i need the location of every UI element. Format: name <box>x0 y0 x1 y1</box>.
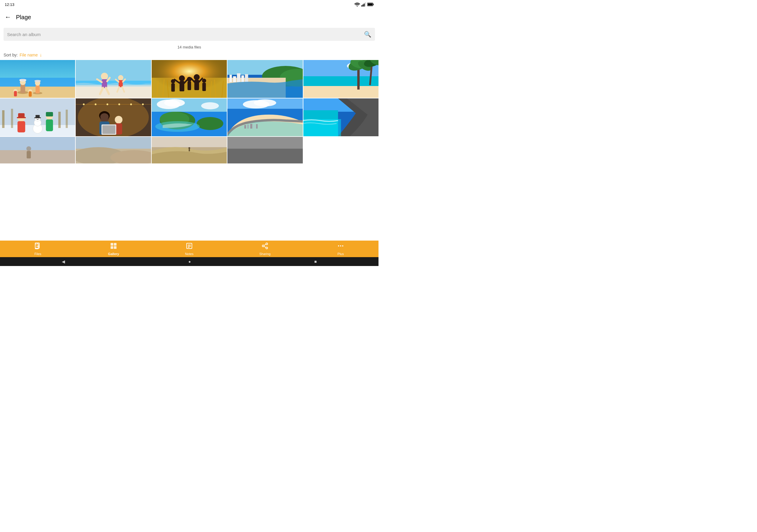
android-nav: ◀ ● ■ <box>0 257 378 266</box>
svg-point-33 <box>118 75 124 80</box>
svg-rect-6 <box>373 4 374 5</box>
nav-item-files[interactable]: Files <box>0 242 76 256</box>
nav-item-sharing[interactable]: Sharing <box>227 242 303 256</box>
svg-point-109 <box>95 103 97 105</box>
svg-point-110 <box>107 103 108 105</box>
svg-rect-104 <box>46 112 53 116</box>
nav-item-gallery[interactable]: Gallery <box>76 242 151 256</box>
photo-tile-11[interactable] <box>0 137 75 163</box>
svg-rect-147 <box>0 137 75 150</box>
svg-line-178 <box>264 246 266 248</box>
svg-point-113 <box>142 103 144 105</box>
status-icons <box>354 2 374 7</box>
svg-point-182 <box>342 245 343 247</box>
photo-tile-7[interactable] <box>76 99 151 136</box>
nav-label-sharing: Sharing <box>259 252 271 256</box>
sharing-icon <box>261 242 268 251</box>
svg-rect-161 <box>227 137 303 149</box>
photo-tile-4[interactable] <box>227 60 303 98</box>
svg-rect-168 <box>114 243 116 246</box>
photo-tile-9[interactable] <box>227 99 303 136</box>
search-icon[interactable]: 🔍 <box>364 31 371 38</box>
photo-tile-2[interactable] <box>76 60 151 98</box>
svg-rect-101 <box>17 117 26 118</box>
svg-point-27 <box>101 73 108 80</box>
svg-rect-23 <box>29 91 32 97</box>
svg-point-176 <box>262 245 264 247</box>
svg-rect-148 <box>0 150 75 163</box>
svg-rect-89 <box>58 112 61 128</box>
svg-rect-69 <box>237 73 240 82</box>
svg-point-56 <box>202 79 206 83</box>
svg-rect-157 <box>152 137 227 147</box>
photo-tile-6[interactable] <box>0 99 75 136</box>
signal-icon <box>361 2 366 7</box>
page-title: Plage <box>16 14 31 21</box>
android-home[interactable]: ● <box>188 259 191 264</box>
sort-arrow[interactable]: ↓ <box>40 52 42 58</box>
svg-point-126 <box>201 102 219 109</box>
photo-tile-12[interactable] <box>76 137 151 163</box>
svg-rect-15 <box>21 79 24 81</box>
media-count: 14 media files <box>0 43 378 51</box>
search-bar[interactable]: Search an album 🔍 <box>4 28 375 41</box>
photo-tile-8[interactable] <box>152 99 227 136</box>
nav-label-notes: Notes <box>185 252 194 256</box>
nav-item-plus[interactable]: Plus <box>303 242 378 256</box>
svg-point-181 <box>340 245 341 247</box>
svg-rect-2 <box>363 4 363 7</box>
android-recent[interactable]: ■ <box>314 259 317 264</box>
svg-point-116 <box>101 113 109 120</box>
back-button[interactable]: ← <box>5 13 11 21</box>
svg-point-0 <box>357 6 358 7</box>
nav-item-notes[interactable]: Notes <box>151 242 227 256</box>
svg-rect-49 <box>179 81 184 91</box>
photo-tile-5[interactable] <box>303 60 378 98</box>
svg-point-158 <box>188 147 190 149</box>
svg-point-135 <box>254 99 276 106</box>
content-area <box>0 60 378 266</box>
svg-rect-70 <box>241 75 244 82</box>
android-back[interactable]: ◀ <box>62 259 65 264</box>
svg-point-131 <box>155 121 199 132</box>
notes-icon <box>186 242 193 251</box>
svg-rect-87 <box>2 110 4 128</box>
photo-tile-13[interactable] <box>152 137 227 163</box>
svg-rect-21 <box>14 91 17 96</box>
nav-label-plus: Plus <box>337 252 344 256</box>
svg-rect-159 <box>189 149 190 151</box>
files-icon <box>34 242 42 251</box>
svg-rect-51 <box>194 80 199 90</box>
svg-rect-57 <box>202 83 206 91</box>
svg-rect-99 <box>17 121 25 133</box>
battery-icon <box>367 3 374 6</box>
svg-rect-152 <box>76 137 151 149</box>
svg-rect-68 <box>233 76 236 82</box>
photo-tile-10[interactable] <box>303 99 378 136</box>
svg-rect-97 <box>34 117 41 118</box>
svg-rect-71 <box>245 74 248 82</box>
sort-value[interactable]: File name <box>19 53 38 57</box>
sort-bar: Sort by: File name ↓ <box>0 51 378 60</box>
nav-label-gallery: Gallery <box>108 252 119 256</box>
svg-rect-17 <box>36 84 40 93</box>
photo-grid <box>0 60 378 163</box>
sort-label: Sort by: <box>4 53 18 57</box>
svg-point-175 <box>266 243 268 245</box>
photo-tile-14[interactable] <box>227 137 303 163</box>
svg-rect-103 <box>46 119 53 131</box>
svg-rect-90 <box>66 110 68 128</box>
header: ← Plage <box>0 9 378 25</box>
svg-rect-4 <box>365 2 366 7</box>
svg-rect-7 <box>368 4 373 6</box>
photo-tile-3[interactable] <box>152 60 227 98</box>
search-placeholder: Search an album <box>7 32 41 37</box>
svg-rect-170 <box>114 246 116 249</box>
svg-rect-55 <box>188 81 191 90</box>
photo-tile-1[interactable] <box>0 60 75 98</box>
nav-label-files: Files <box>34 252 41 256</box>
svg-rect-67 <box>229 75 232 82</box>
svg-point-180 <box>338 245 339 247</box>
svg-rect-167 <box>110 243 113 246</box>
svg-rect-53 <box>171 83 175 92</box>
